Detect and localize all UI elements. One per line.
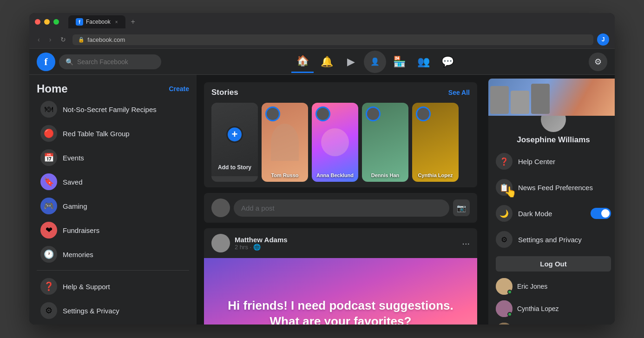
profile-cover-section — [488, 79, 615, 116]
add-story-card[interactable]: + Add to Story — [211, 103, 258, 182]
nav-marketplace-button[interactable]: 🏪 — [388, 51, 410, 73]
dropdown-item-darkmode[interactable]: 🌙 Dark Mode — [488, 200, 615, 226]
add-story-plus-icon: + — [226, 126, 243, 143]
forward-button[interactable]: › — [46, 35, 54, 44]
post-author-avatar[interactable] — [211, 234, 230, 252]
dropdown-item-label: Settings and Privacy — [518, 236, 582, 244]
stories-header: Stories See All — [211, 88, 470, 97]
facebook-content: Home Create 🍽 Not-So-Secret Family Recip… — [29, 75, 615, 325]
online-indicator — [507, 312, 512, 317]
fundraisers-icon: ❤ — [40, 222, 57, 239]
nav-groups-button[interactable]: 👥 — [412, 51, 434, 73]
sidebar-item-gaming[interactable]: 🎮 Gaming — [33, 194, 193, 218]
sidebar-item-fundraisers[interactable]: ❤ Fundraisers — [33, 218, 193, 242]
settings-privacy-icon: ⚙ — [496, 231, 513, 248]
friend-item-cynthia[interactable]: Cynthia Lopez — [492, 298, 615, 320]
search-icon: 🔍 — [66, 58, 73, 66]
search-input[interactable] — [77, 58, 151, 66]
sidebar-item-red-table[interactable]: 🔴 Red Table Talk Group — [33, 121, 193, 146]
story-avatar-ring — [416, 106, 431, 121]
dropdown-menu: ❓ Help Center 📋 News Feed Preferences 🌙 … — [488, 146, 615, 325]
friend-item-anna[interactable]: Anna Becklund — [492, 320, 615, 325]
sidebar-item-help-support[interactable]: ❓ Help & Support — [33, 274, 193, 298]
story-card-tom-russo[interactable]: Tom Russo — [262, 103, 308, 182]
profile-cover-image — [488, 79, 615, 116]
sidebar-item-settings[interactable]: ⚙ Settings & Privacy — [33, 298, 193, 323]
friends-section: Eric Jones Cynthia Lopez — [488, 275, 615, 325]
sidebar-item-label: Not-So-Secret Family Recipes — [63, 106, 157, 113]
sidebar-item-label: Fundraisers — [63, 226, 99, 234]
story-name-2: Dennis Han — [362, 172, 408, 178]
add-photo-button[interactable]: 📷 — [453, 199, 470, 216]
story-card-dennis[interactable]: Dennis Han — [362, 103, 408, 182]
friend-name-eric: Eric Jones — [517, 283, 547, 290]
gear-icon: ⚙ — [594, 57, 602, 67]
dropdown-item-newsfeed[interactable]: 📋 News Feed Preferences — [488, 174, 615, 200]
friend-avatar-eric — [496, 278, 513, 295]
nav-bell-button[interactable]: 🔔 — [315, 51, 338, 73]
groups-icon: 👥 — [417, 56, 430, 68]
sidebar-item-see-more[interactable]: ▼ See More — [33, 323, 193, 325]
see-all-stories-button[interactable]: See All — [448, 89, 470, 96]
sidebar-create-button[interactable]: Create — [169, 85, 189, 93]
search-bar[interactable]: 🔍 — [59, 54, 161, 69]
saved-icon: 🔖 — [40, 173, 57, 190]
nav-user-avatar[interactable]: 👤 — [364, 51, 386, 73]
facebook-navbar: f 🔍 🏠 🔔 ▶ 👤 — [29, 49, 615, 75]
back-button[interactable]: ‹ — [35, 35, 43, 44]
post-card: Matthew Adams 2 hrs · 🌐 ··· Hi friends! … — [204, 228, 477, 325]
sidebar-item-label: Events — [63, 154, 84, 162]
sidebar-item-saved[interactable]: 🔖 Saved — [33, 170, 193, 194]
traffic-light-red[interactable] — [35, 19, 40, 25]
browser-profile-avatar[interactable]: J — [597, 33, 609, 46]
post-header: Matthew Adams 2 hrs · 🌐 ··· — [204, 228, 477, 258]
sidebar-item-label: Settings & Privacy — [63, 307, 119, 315]
sidebar-item-memories[interactable]: 🕐 Memories — [33, 242, 193, 266]
stories-title: Stories — [211, 88, 238, 97]
logout-button[interactable]: Log Out — [496, 256, 611, 272]
tab-facebook[interactable]: f Facebook × — [68, 15, 125, 28]
story-card-cynthia[interactable]: Cynthia Lopez — [412, 103, 459, 182]
left-sidebar: Home Create 🍽 Not-So-Secret Family Recip… — [29, 75, 197, 325]
messenger-icon: 💬 — [441, 56, 454, 68]
address-bar[interactable]: 🔒 facebook.com — [72, 34, 593, 45]
sidebar-item-family-recipes[interactable]: 🍽 Not-So-Secret Family Recipes — [33, 97, 193, 121]
post-time: 2 hrs · 🌐 — [235, 244, 288, 251]
story-avatar-ring — [366, 106, 381, 121]
bell-icon: 🔔 — [321, 56, 333, 68]
nav-messenger-button[interactable]: 💬 — [436, 51, 459, 73]
new-tab-button[interactable]: + — [127, 16, 139, 28]
add-post-bar: Add a post 📷 — [204, 193, 477, 223]
traffic-light-green[interactable] — [53, 19, 59, 25]
friend-item-eric[interactable]: Eric Jones — [492, 275, 615, 298]
dropdown-item-settings[interactable]: ⚙ Settings and Privacy — [488, 226, 615, 252]
nav-home-button[interactable]: 🏠 — [291, 51, 314, 73]
stories-section: Stories See All + Add to Story — [204, 82, 477, 187]
profile-name-dropdown[interactable]: Josephine Williams — [517, 135, 590, 145]
toggle-knob — [601, 209, 610, 218]
post-text-overlay: Hi friends! I need podcast suggestions. … — [213, 298, 468, 325]
facebook-logo[interactable]: f — [37, 53, 55, 71]
navbar-right: ⚙ — [589, 53, 607, 71]
story-name-3: Cynthia Lopez — [412, 172, 459, 178]
dropdown-item-help[interactable]: ❓ Help Center — [488, 148, 615, 174]
help-icon: ❓ — [40, 278, 57, 295]
sidebar-item-label: Saved — [63, 178, 83, 186]
settings-icon: ⚙ — [40, 302, 57, 319]
add-post-input[interactable]: Add a post — [234, 199, 449, 217]
browser-titlebar: f Facebook × + — [29, 13, 615, 31]
dropdown-item-label: Help Center — [518, 158, 555, 166]
family-recipes-icon: 🍽 — [40, 101, 57, 118]
story-card-anna[interactable]: Anna Becklund — [312, 103, 358, 182]
traffic-light-yellow[interactable] — [44, 19, 50, 25]
tab-close-btn[interactable]: × — [115, 20, 118, 25]
dark-mode-toggle[interactable] — [591, 208, 611, 219]
toggle-switch[interactable] — [591, 208, 611, 219]
sidebar-item-events[interactable]: 📅 Events — [33, 146, 193, 170]
refresh-button[interactable]: ↻ — [58, 35, 69, 44]
nav-watch-button[interactable]: ▶ — [340, 51, 362, 73]
settings-button[interactable]: ⚙ — [589, 53, 607, 71]
post-author-name[interactable]: Matthew Adams — [235, 236, 288, 244]
browser-window: f Facebook × + ‹ › ↻ 🔒 facebook.com J f — [29, 13, 615, 325]
post-more-button[interactable]: ··· — [462, 238, 470, 249]
